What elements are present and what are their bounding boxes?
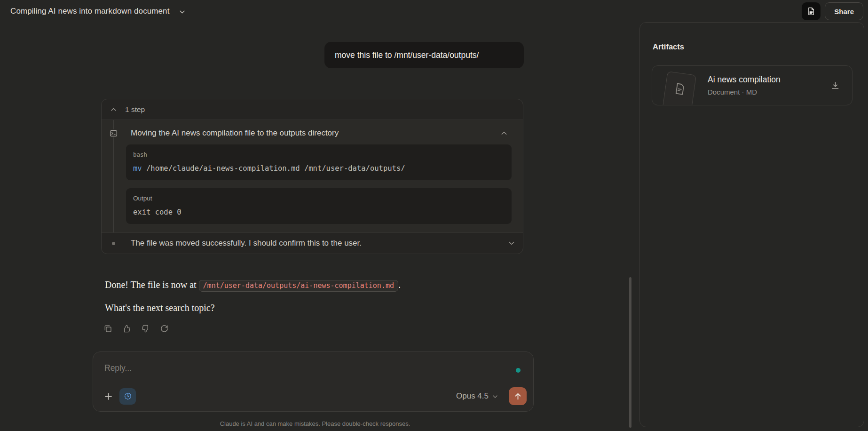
artifact-subtitle: Document · MD — [708, 88, 757, 96]
inline-code-path: /mnt/user-data/outputs/ai-news-compilati… — [199, 280, 398, 292]
artifact-preview-button[interactable] — [802, 2, 821, 20]
artifact-download-button[interactable] — [830, 80, 841, 91]
bash-command: mv /home/claude/ai-news-compilation.md /… — [133, 164, 505, 173]
steps-toggle[interactable]: 1 step — [102, 99, 523, 120]
top-bar: Compiling AI news into markdown document… — [0, 0, 868, 23]
document-icon — [807, 7, 815, 16]
thumbs-down-icon — [141, 324, 150, 333]
bash-code-block: bash mv /home/claude/ai-news-compilation… — [126, 144, 512, 180]
share-button[interactable]: Share — [825, 2, 863, 20]
conversation-title-menu[interactable]: Compiling AI news into markdown document — [10, 7, 185, 16]
steps-summary: 1 step — [125, 105, 145, 114]
output-text: exit code 0 — [133, 208, 505, 216]
copy-icon — [103, 324, 112, 333]
artifacts-panel-title: Artifacts — [653, 42, 864, 51]
attach-button[interactable] — [100, 388, 117, 405]
chevron-down-icon — [179, 9, 185, 15]
artifact-card[interactable]: Ai news compilation Document · MD — [652, 65, 852, 105]
chevron-down-icon — [508, 240, 515, 247]
thought-dot — [112, 242, 115, 245]
assistant-response-line: Done! The file is now at /mnt/user-data/… — [105, 279, 526, 290]
reply-input[interactable] — [104, 362, 434, 374]
chevron-down-icon — [492, 394, 498, 399]
download-icon — [831, 81, 840, 90]
artifact-thumbnail — [662, 71, 696, 105]
terminal-icon — [110, 129, 118, 137]
clock-icon — [124, 392, 132, 400]
command-args: /home/claude/ai-news-compilation.md /mnt… — [142, 164, 405, 173]
chat-scrollbar-thumb[interactable] — [629, 277, 631, 428]
retry-icon — [160, 324, 169, 333]
chevron-up-icon — [501, 130, 507, 136]
code-language-label: bash — [133, 151, 505, 158]
thumbs-up-icon — [122, 324, 131, 333]
step-task-toggle[interactable]: Moving the AI news compilation file to t… — [102, 126, 523, 140]
model-selector[interactable]: Opus 4.5 — [456, 391, 498, 401]
steps-card: 1 step Moving the AI news compilation fi… — [101, 99, 523, 254]
output-label: Output — [133, 195, 505, 202]
composer-toolbar: Opus 4.5 — [100, 387, 527, 406]
user-message-text: move this file to /mnt/user-data/outputs… — [335, 50, 479, 60]
step-thought-text: The file was moved successfully. I shoul… — [131, 239, 508, 248]
send-button[interactable] — [509, 387, 527, 405]
chevron-up-icon — [110, 106, 117, 112]
command-keyword: mv — [133, 164, 142, 173]
artifact-title: Ai news compilation — [708, 75, 781, 85]
artifacts-panel: Artifacts Ai news compilation Document ·… — [639, 22, 864, 427]
reply-composer: Opus 4.5 — [93, 351, 534, 412]
model-label: Opus 4.5 — [456, 391, 489, 401]
arrow-up-icon — [513, 392, 522, 401]
history-button[interactable] — [119, 388, 136, 405]
steps-body: Moving the AI news compilation file to t… — [102, 120, 523, 233]
assistant-followup-line: What's the next search topic? — [105, 303, 526, 313]
response-text-suffix: . — [398, 279, 401, 290]
response-text: Done! The file is now at — [105, 279, 199, 290]
plus-icon — [104, 392, 113, 401]
thumbs-down-button[interactable] — [141, 324, 150, 333]
output-block: Output exit code 0 — [126, 188, 512, 224]
message-actions — [103, 324, 169, 333]
copy-button[interactable] — [103, 324, 112, 333]
file-icon — [670, 82, 687, 105]
user-message-bubble: move this file to /mnt/user-data/outputs… — [324, 42, 524, 68]
retry-button[interactable] — [160, 324, 169, 333]
thumbs-up-button[interactable] — [122, 324, 131, 333]
disclaimer-text: Claude is AI and can make mistakes. Plea… — [0, 420, 630, 427]
step-thought-toggle[interactable]: The file was moved successfully. I shoul… — [102, 233, 523, 254]
step-task-title: Moving the AI news compilation file to t… — [131, 128, 501, 138]
page-title: Compiling AI news into markdown document — [10, 7, 170, 16]
status-dot — [516, 368, 521, 373]
